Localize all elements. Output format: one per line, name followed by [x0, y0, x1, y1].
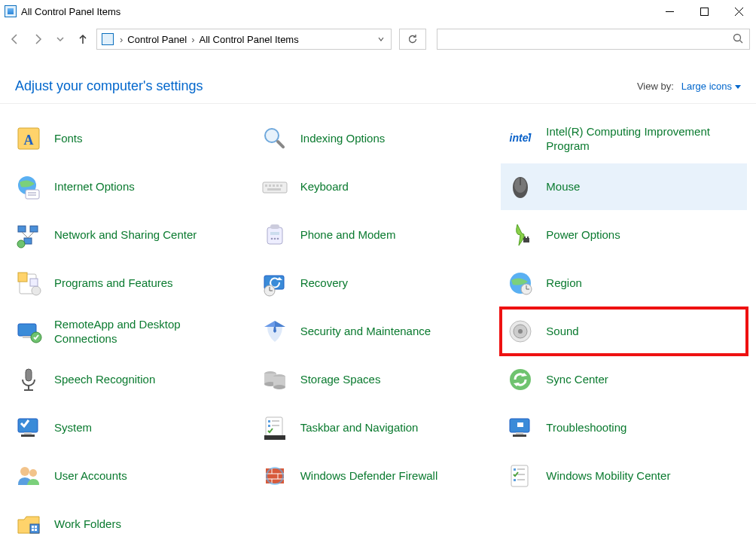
cpl-item-security[interactable]: Security and Maintenance — [255, 308, 501, 355]
cpl-item-label: Sound — [546, 324, 586, 339]
view-by-label: View by: — [637, 81, 674, 92]
cpl-item-speech[interactable]: Speech Recognition — [9, 356, 255, 403]
cpl-item-label: Phone and Modem — [300, 227, 404, 242]
recovery-icon — [260, 268, 290, 298]
search-icon[interactable] — [733, 33, 743, 46]
app-icon — [5, 5, 17, 17]
svg-rect-29 — [30, 226, 38, 232]
cpl-item-label: Indexing Options — [300, 131, 393, 146]
address-icon — [102, 33, 114, 45]
cpl-item-fonts[interactable]: AFonts — [9, 115, 255, 162]
storage-icon — [260, 364, 290, 395]
view-by-dropdown[interactable]: Large icons — [681, 81, 741, 92]
cpl-item-keyboard[interactable]: Keyboard — [255, 163, 501, 210]
address-bar[interactable]: › Control Panel › All Control Panel Item… — [96, 29, 392, 50]
view-by-value: Large icons — [681, 81, 732, 92]
cpl-item-recovery[interactable]: Recovery — [255, 260, 501, 307]
region-icon — [505, 268, 535, 298]
svg-rect-108 — [35, 529, 37, 531]
cpl-item-label: Keyboard — [300, 179, 356, 194]
svg-rect-46 — [30, 279, 38, 286]
close-button[interactable] — [721, 0, 756, 23]
minimize-button[interactable] — [652, 0, 687, 23]
svg-point-73 — [510, 369, 531, 390]
svg-rect-14 — [26, 190, 39, 199]
cpl-item-firewall[interactable]: Windows Defender Firewall — [255, 453, 501, 499]
svg-rect-64 — [26, 369, 32, 381]
cpl-item-users[interactable]: User Accounts — [9, 453, 255, 499]
cpl-item-label: Windows Defender Firewall — [300, 468, 446, 483]
svg-rect-78 — [21, 435, 35, 437]
cpl-item-inet[interactable]: Internet Options — [9, 163, 255, 210]
sound-icon — [505, 316, 535, 346]
svg-rect-80 — [268, 420, 270, 422]
cpl-item-taskbar[interactable]: Taskbar and Navigation — [255, 404, 501, 451]
cpl-item-network[interactable]: Network and Sharing Center — [9, 212, 255, 258]
cpl-item-label: Intel(R) Computing Improvement Program — [546, 124, 742, 154]
cpl-item-system[interactable]: System — [9, 404, 255, 451]
navbar: › Control Panel › All Control Panel Item… — [0, 23, 756, 56]
cpl-item-phone[interactable]: Phone and Modem — [255, 212, 501, 258]
maximize-button[interactable] — [687, 0, 721, 23]
cpl-item-workfolders[interactable]: Work Folders — [9, 501, 255, 547]
cpl-item-label: Mouse — [546, 179, 587, 194]
cpl-item-label: Programs and Features — [54, 276, 181, 291]
cpl-item-label: Speech Recognition — [54, 372, 163, 387]
search-input[interactable] — [437, 33, 733, 46]
recent-dropdown[interactable] — [51, 30, 69, 48]
svg-marker-60 — [264, 321, 275, 327]
power-icon — [505, 220, 535, 250]
cpl-item-mobility[interactable]: Windows Mobility Center — [501, 453, 747, 499]
back-button[interactable] — [6, 30, 24, 48]
svg-point-9 — [265, 129, 279, 142]
cpl-item-trouble[interactable]: Troubleshooting — [501, 404, 747, 451]
cpl-item-sync[interactable]: Sync Center — [501, 356, 747, 403]
forward-button[interactable] — [29, 30, 47, 48]
svg-rect-28 — [18, 226, 26, 232]
search-box[interactable] — [437, 29, 750, 50]
breadcrumb[interactable]: All Control Panel Items — [196, 34, 301, 45]
svg-rect-19 — [269, 185, 271, 187]
cpl-item-region[interactable]: Region — [501, 260, 747, 307]
trouble-icon — [505, 413, 535, 443]
header-row: Adjust your computer's settings View by:… — [0, 56, 756, 104]
svg-rect-30 — [24, 238, 32, 244]
svg-rect-44 — [18, 273, 27, 282]
cpl-item-intel[interactable]: intelIntel(R) Computing Improvement Prog… — [501, 115, 747, 162]
svg-rect-18 — [265, 185, 267, 187]
svg-line-5 — [740, 40, 743, 43]
cpl-item-remote[interactable]: RemoteApp and Desktop Connections — [9, 308, 255, 355]
cpl-item-indexing[interactable]: Indexing Options — [255, 115, 501, 162]
svg-point-89 — [20, 467, 29, 476]
svg-rect-1 — [700, 8, 708, 15]
svg-rect-20 — [273, 185, 275, 187]
cpl-item-label: RemoteApp and Desktop Connections — [54, 317, 251, 346]
svg-point-39 — [276, 238, 279, 240]
svg-rect-84 — [264, 435, 285, 440]
address-dropdown[interactable] — [371, 34, 391, 45]
svg-point-12 — [529, 133, 530, 135]
svg-rect-99 — [514, 468, 516, 471]
cpl-item-mouse[interactable]: Mouse — [501, 163, 747, 210]
svg-rect-40 — [523, 238, 529, 242]
cpl-item-programs[interactable]: Programs and Features — [9, 260, 255, 307]
cpl-item-power[interactable]: Power Options — [501, 212, 747, 258]
workfolders-icon — [14, 509, 44, 539]
svg-rect-106 — [35, 526, 37, 528]
svg-rect-23 — [267, 188, 281, 191]
keyboard-icon — [260, 172, 290, 202]
cpl-item-label: Fonts — [54, 131, 90, 146]
chevron-right-icon: › — [190, 34, 196, 45]
cpl-item-label: Network and Sharing Center — [54, 227, 204, 242]
fonts-icon: A — [14, 124, 44, 154]
breadcrumb[interactable]: Control Panel — [124, 34, 190, 45]
refresh-button[interactable] — [399, 29, 426, 50]
up-button[interactable] — [74, 30, 92, 48]
svg-rect-102 — [514, 479, 516, 481]
cpl-item-storage[interactable]: Storage Spaces — [255, 356, 501, 403]
cpl-item-sound[interactable]: Sound — [501, 308, 747, 355]
svg-rect-87 — [513, 435, 526, 437]
svg-point-45 — [32, 286, 41, 295]
svg-point-63 — [518, 329, 523, 334]
window-title: All Control Panel Items — [21, 6, 120, 17]
